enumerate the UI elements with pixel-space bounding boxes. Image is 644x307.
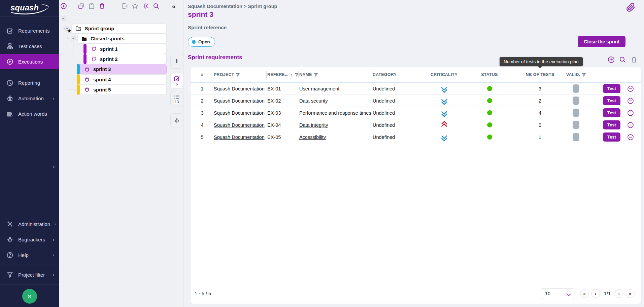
sidebar-item-administration[interactable]: Administration › [0,216,59,232]
sidebar-item-automation[interactable]: Automation › [0,90,59,106]
pagination: 10 « ‹ 1/1 › » [541,288,635,299]
project-link[interactable]: Squash Documentation [214,122,265,128]
filter-funnel-icon[interactable] [582,73,586,77]
previous-page-button[interactable]: ‹ [591,289,600,298]
tree-item-sprint-5[interactable]: sprint 5 [77,84,167,95]
search-icon[interactable] [619,56,626,64]
squash-logo[interactable]: squash [0,0,59,17]
info-icon: i [176,58,178,65]
remove-from-plan-icon[interactable] [627,133,634,141]
collapse-panel-icon[interactable]: « [172,3,176,10]
new-item-icon[interactable] [60,2,67,10]
delete-icon[interactable] [98,2,106,10]
collapse-toggle[interactable] [61,16,66,21]
requirement-link[interactable]: User management [299,86,339,91]
sidebar-item-project-filter[interactable]: Project filter › [0,267,59,282]
requirement-link[interactable]: Data integrity [299,122,328,128]
close-sprint-button[interactable]: Close the sprint [578,36,625,47]
tab-attachments-list[interactable]: 10 [170,91,183,107]
import-export-icon[interactable] [121,2,129,10]
favorite-star-icon[interactable] [131,2,139,10]
sidebar-item-bugtrackers[interactable]: Bugtrackers › [0,232,59,247]
page-size-select[interactable]: 10 [541,288,574,299]
sort-ascending-icon[interactable]: ↑ [291,72,293,77]
paste-icon[interactable] [88,2,95,10]
attachments-paperclip-icon[interactable] [626,2,636,13]
tooltip-caret [538,66,542,71]
remove-from-plan-icon[interactable] [627,97,634,105]
reference-cell: EX-04 [267,119,299,131]
tree-item-sprint-1[interactable]: sprint 1 [84,44,167,54]
search-icon[interactable] [152,2,160,10]
sidebar-collapse-icon[interactable]: ‹ [53,163,55,170]
column-header-reference[interactable]: REFERE... ↑ [267,67,299,82]
sprint-icon [84,87,90,92]
collapse-toggle[interactable] [71,36,76,41]
test-button[interactable]: Test [603,108,620,117]
column-header-project[interactable]: PROJECT [214,67,267,82]
remove-from-plan-icon[interactable] [627,109,634,117]
requirement-link[interactable]: Accessibility [299,135,326,140]
test-button[interactable]: Test [603,132,620,142]
settings-gear-icon[interactable] [142,2,149,10]
tree-item-sprint-3[interactable]: sprint 3 [77,64,167,75]
sidebar-item-label: Test cases [18,43,42,49]
tree-item-closed-sprints[interactable]: Closed sprints [77,34,167,44]
reference-cell: EX-01 [267,83,299,94]
automation-icon [6,95,13,102]
project-link[interactable]: Squash Documentation [214,98,265,104]
column-header-status[interactable]: STATUS [463,67,516,82]
tree-connector [67,79,77,79]
table-row[interactable]: 2 Squash Documentation EX-02 Data securi… [191,95,641,107]
criticality-icon [442,98,446,104]
table-row[interactable]: 4 Squash Documentation EX-04 Data integr… [191,119,641,131]
last-page-button[interactable]: » [626,289,635,298]
project-link[interactable]: Squash Documentation [214,110,265,116]
tree-item-sprint-group[interactable]: Sprint group [71,24,167,34]
add-requirement-icon[interactable] [607,56,615,64]
requirement-link[interactable]: Data security [299,98,328,104]
sidebar-item-help[interactable]: Help › [0,247,59,263]
action-words-icon [6,110,13,117]
next-page-button[interactable]: › [615,289,623,298]
filter-funnel-icon[interactable] [314,73,318,77]
tree-connector [73,59,83,59]
project-link[interactable]: Squash Documentation [214,135,265,140]
requirement-link[interactable]: Performance and response times [299,110,371,116]
remove-from-plan-icon[interactable] [627,85,634,92]
sidebar-item-executions[interactable]: Executions [0,54,59,69]
filter-funnel-icon[interactable] [295,73,299,77]
sidebar-item-requirements[interactable]: Requirements [0,23,59,38]
sidebar-item-action-words[interactable]: Action words [0,106,59,121]
breadcrumb[interactable]: Squash Documentation > Sprint group [188,4,277,9]
sprint-status-toggle[interactable]: Open [188,37,215,47]
nb-of-tests-cell: 1 [516,131,564,143]
sidebar-item-label: Action words [18,111,47,117]
tree-item-sprint-2[interactable]: sprint 2 [84,54,167,64]
table-row[interactable]: 3 Squash Documentation EX-03 Performance… [191,107,641,119]
column-header-name[interactable]: NAME [299,67,373,82]
project-link[interactable]: Squash Documentation [214,86,265,91]
tree-item-label: sprint 2 [100,56,117,62]
column-header-num[interactable]: # [191,67,214,82]
sidebar-item-test-cases[interactable]: Test cases [0,38,59,54]
column-header-category[interactable]: CATEGORY [373,67,425,82]
tab-execution-plan[interactable]: 5 [170,73,183,89]
table-row[interactable]: 5 Squash Documentation EX-05 Accessibili… [191,131,641,143]
user-avatar[interactable]: S [22,289,37,304]
remove-from-plan-icon[interactable] [627,121,634,129]
test-button[interactable]: Test [603,96,620,105]
delete-icon[interactable] [630,56,638,64]
first-page-button[interactable]: « [580,289,589,298]
sidebar-item-reporting[interactable]: Reporting [0,75,59,90]
tab-issues[interactable] [170,113,183,127]
column-header-valid[interactable]: VALID. [564,67,588,82]
column-header-criticality[interactable]: CRITICALITY [425,67,463,82]
copy-icon[interactable] [77,2,85,10]
test-button[interactable]: Test [603,120,620,129]
filter-funnel-icon[interactable] [236,73,240,77]
tree-item-sprint-4[interactable]: sprint 4 [77,74,167,85]
test-button[interactable]: Test [603,84,620,93]
table-row[interactable]: 1 Squash Documentation EX-01 User manage… [191,83,641,95]
tab-information[interactable]: i [170,54,183,69]
